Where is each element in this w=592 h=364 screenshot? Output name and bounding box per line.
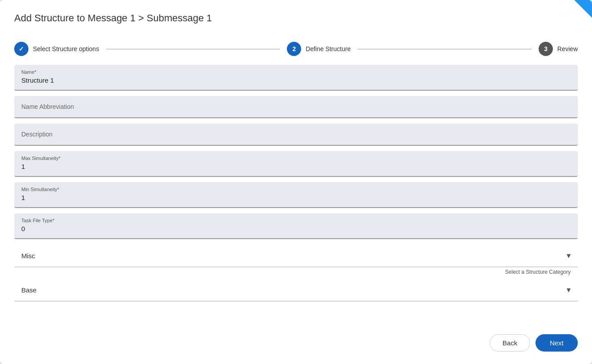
task-file-type-field[interactable]: Task File Type* 0 [14, 213, 578, 239]
modal-title: Add Structure to Message 1 > Submessage … [14, 12, 578, 24]
name-field[interactable]: Name* Structure 1 [14, 65, 578, 91]
name-value: Structure 1 [21, 76, 54, 84]
max-simultaneity-field[interactable]: Max Simultaneity* 1 [14, 151, 578, 177]
max-simultaneity-value: 1 [21, 163, 25, 170]
step-3: 3 Review [539, 42, 578, 56]
step-3-label: Review [557, 45, 578, 52]
next-button[interactable]: Next [536, 334, 578, 352]
min-simultaneity-value: 1 [21, 194, 25, 201]
step-line-1 [106, 49, 280, 49]
step-2-label: Define Structure [306, 45, 350, 52]
step-2-circle: 2 [287, 42, 301, 56]
base-label: Base [21, 286, 36, 294]
footer-buttons: Back Next [0, 325, 592, 364]
form-area: Name* Structure 1 Name Abbreviation Desc… [0, 65, 592, 325]
misc-label: Misc [21, 252, 35, 260]
select-category-hint: Select a Structure Category [14, 267, 578, 279]
step-2: 2 Define Structure [287, 42, 350, 56]
base-chevron-icon: ▾ [567, 285, 571, 295]
misc-dropdown[interactable]: Misc ▾ [14, 244, 578, 267]
name-abbreviation-field[interactable]: Name Abbreviation [14, 96, 578, 118]
step-line-2 [358, 49, 532, 49]
description-label: Description [21, 131, 571, 138]
modal-container: Add Structure to Message 1 > Submessage … [0, 0, 592, 364]
task-file-type-value: 0 [21, 225, 25, 232]
misc-chevron-icon: ▾ [567, 251, 571, 260]
stepper: ✓ Select Structure options 2 Define Stru… [0, 33, 592, 65]
back-button[interactable]: Back [490, 334, 530, 352]
task-file-type-label: Task File Type* [21, 218, 571, 223]
base-dropdown[interactable]: Base ▾ [14, 279, 578, 301]
step-1: ✓ Select Structure options [14, 42, 99, 56]
step-1-circle: ✓ [14, 42, 28, 56]
step-3-circle: 3 [539, 42, 553, 56]
step-1-label: Select Structure options [33, 45, 99, 52]
min-simultaneity-label: Min Simultaneity* [21, 187, 571, 192]
description-field[interactable]: Description [14, 124, 578, 146]
min-simultaneity-field[interactable]: Min Simultaneity* 1 [14, 182, 578, 208]
name-label: Name* [21, 69, 571, 75]
max-simultaneity-label: Max Simultaneity* [21, 156, 571, 161]
name-abbreviation-label: Name Abbreviation [21, 103, 571, 110]
modal-header: Add Structure to Message 1 > Submessage … [0, 0, 592, 33]
